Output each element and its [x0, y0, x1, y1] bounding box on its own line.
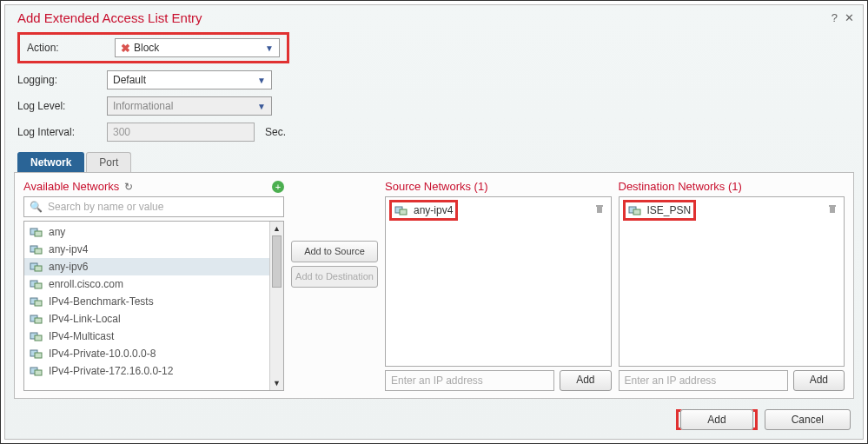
network-icon — [30, 296, 43, 307]
loglevel-value: Informational — [113, 100, 173, 112]
svg-rect-9 — [35, 301, 42, 306]
chevron-down-icon: ▼ — [254, 102, 269, 111]
network-icon — [30, 348, 43, 359]
tab-port[interactable]: Port — [86, 152, 131, 172]
available-list[interactable]: anyany-ipv4any-ipv6enroll.cisco.comIPv4-… — [23, 221, 284, 391]
tabs: Network Port — [17, 152, 863, 172]
add-button[interactable]: Add — [680, 409, 752, 430]
source-dropzone[interactable]: any-ipv4 — [385, 196, 612, 367]
delete-source-icon[interactable] — [593, 202, 606, 215]
block-x-icon: ✖ — [121, 42, 130, 55]
list-item[interactable]: any-ipv6 — [24, 258, 269, 275]
list-item-label: IPv4-Link-Local — [49, 313, 121, 325]
list-item-label: any-ipv4 — [49, 243, 88, 255]
dest-item[interactable]: ISE_PSN — [626, 203, 693, 217]
list-item-label: IPv4-Private-10.0.0.0-8 — [49, 348, 156, 360]
action-label: Action: — [27, 42, 109, 54]
list-item[interactable]: any-ipv4 — [24, 241, 269, 258]
loginterval-input: 300 — [107, 123, 255, 142]
source-ip-placeholder: Enter an IP address — [391, 374, 483, 387]
logging-select[interactable]: Default ▼ — [107, 70, 272, 89]
source-item-label: any-ipv4 — [414, 204, 453, 216]
tab-network[interactable]: Network — [17, 152, 84, 172]
svg-rect-13 — [35, 335, 42, 341]
list-item-label: any — [49, 226, 65, 238]
list-item[interactable]: IPv4-Private-10.0.0.0-8 — [24, 345, 269, 362]
dest-add-button[interactable]: Add — [793, 370, 845, 391]
titlebar-controls: ? ✕ — [832, 11, 854, 24]
svg-rect-11 — [35, 318, 42, 323]
search-placeholder: Search by name or value — [48, 201, 163, 213]
svg-rect-3 — [35, 249, 42, 254]
available-title-row: Available Networks ↻ + — [23, 180, 284, 193]
dest-ip-input[interactable]: Enter an IP address — [619, 370, 788, 391]
source-ip-input[interactable]: Enter an IP address — [385, 370, 554, 391]
network-icon — [628, 205, 642, 215]
dest-dropzone[interactable]: ISE_PSN — [619, 196, 845, 367]
list-item[interactable]: IPv4-Private-172.16.0.0-12 — [24, 362, 269, 380]
list-item[interactable]: IPv4-Multicast — [24, 328, 269, 345]
list-item[interactable]: IPv4-Benchmark-Tests — [24, 293, 269, 310]
list-item-label: IPv4-Benchmark-Tests — [49, 295, 154, 308]
cancel-button[interactable]: Cancel — [765, 409, 851, 430]
titlebar: Add Extended Access List Entry ? ✕ — [5, 5, 863, 27]
svg-rect-1 — [35, 231, 42, 236]
scroll-thumb[interactable] — [272, 235, 282, 288]
help-icon[interactable]: ? — [832, 11, 838, 24]
sec-label: Sec. — [265, 126, 286, 138]
source-add-button[interactable]: Add — [560, 370, 611, 391]
loginterval-value: 300 — [113, 126, 130, 138]
list-item[interactable]: enroll.cisco.com — [24, 275, 269, 293]
network-icon — [30, 366, 43, 376]
network-icon — [394, 205, 408, 215]
dialog-title: Add Extended Access List Entry — [17, 10, 202, 25]
list-item-label: IPv4-Multicast — [49, 330, 114, 342]
add-to-source-button[interactable]: Add to Source — [291, 241, 378, 262]
network-panel: Available Networks ↻ + 🔍 Search by name … — [14, 172, 854, 399]
footer: Add Cancel — [5, 404, 863, 439]
dest-item-label: ISE_PSN — [647, 204, 692, 216]
loginterval-label: Log Interval: — [17, 126, 100, 138]
action-select[interactable]: ✖ Block ▼ — [115, 38, 280, 57]
svg-rect-21 — [633, 209, 640, 215]
search-input[interactable]: 🔍 Search by name or value — [23, 196, 284, 217]
svg-rect-15 — [35, 353, 42, 358]
svg-rect-7 — [35, 283, 42, 288]
close-icon[interactable]: ✕ — [845, 11, 854, 24]
available-title: Available Networks — [23, 180, 119, 193]
list-item-label: enroll.cisco.com — [49, 278, 123, 290]
svg-rect-19 — [400, 209, 407, 215]
network-icon — [30, 262, 43, 272]
source-title: Source Networks (1) — [385, 180, 612, 193]
add-to-destination-button: Add to Destination — [291, 266, 378, 288]
network-icon — [30, 227, 43, 237]
logging-label: Logging: — [17, 74, 100, 86]
svg-rect-5 — [35, 266, 42, 271]
network-icon — [30, 279, 43, 289]
list-item[interactable]: any — [24, 223, 269, 241]
list-item-label: any-ipv6 — [49, 261, 88, 273]
loglevel-select: Informational ▼ — [107, 96, 272, 116]
svg-rect-17 — [35, 370, 42, 375]
network-icon — [30, 244, 43, 255]
list-item-label: IPv4-Private-172.16.0.0-12 — [49, 365, 173, 377]
search-icon: 🔍 — [30, 201, 43, 213]
refresh-icon[interactable]: ↻ — [124, 181, 133, 193]
dialog: Add Extended Access List Entry ? ✕ Actio… — [4, 4, 864, 440]
add-network-icon[interactable]: + — [272, 181, 284, 193]
logging-value: Default — [113, 74, 146, 86]
delete-dest-icon[interactable] — [826, 202, 838, 215]
dest-title: Destination Networks (1) — [619, 180, 845, 193]
scroll-up-icon[interactable]: ▲ — [270, 222, 283, 235]
loglevel-label: Log Level: — [17, 100, 100, 112]
action-value: Block — [134, 42, 159, 54]
network-icon — [30, 331, 43, 341]
chevron-down-icon: ▼ — [254, 76, 269, 85]
chevron-down-icon: ▼ — [262, 43, 277, 53]
network-icon — [30, 314, 43, 324]
scrollbar[interactable]: ▲ ▼ — [269, 222, 283, 390]
scroll-down-icon[interactable]: ▼ — [270, 376, 283, 390]
list-item[interactable]: IPv4-Link-Local — [24, 310, 269, 328]
dest-ip-placeholder: Enter an IP address — [625, 374, 717, 387]
source-item[interactable]: any-ipv4 — [393, 203, 454, 217]
